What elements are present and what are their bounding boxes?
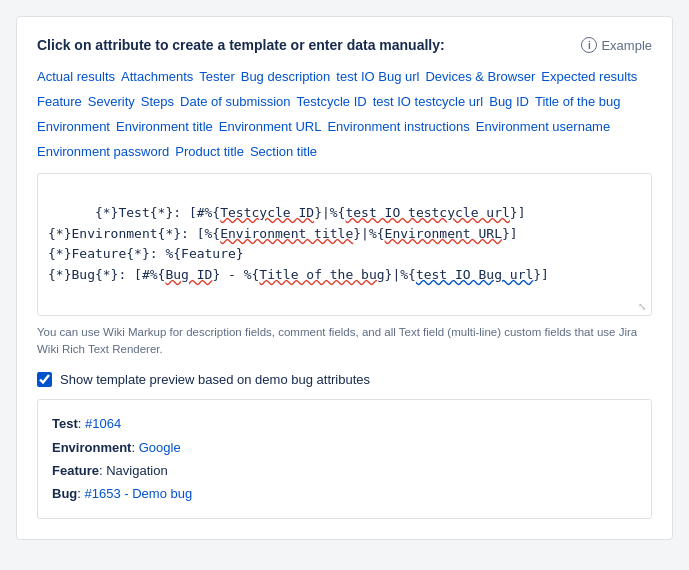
template-editor-card: Click on attribute to create a template … [16,16,673,540]
info-icon: i [581,37,597,53]
attribute-tag[interactable]: Tester [199,67,234,86]
preview-toggle-label: Show template preview based on demo bug … [60,372,370,387]
attribute-tag[interactable]: Devices & Browser [425,67,535,86]
attribute-tag[interactable]: Product title [175,142,244,161]
attribute-tag[interactable]: test IO testcycle url [373,92,484,111]
attribute-tag[interactable]: Environment password [37,142,169,161]
attribute-tag[interactable]: Bug ID [489,92,529,111]
preview-bug-label: Bug [52,486,77,501]
attribute-tag[interactable]: Attachments [121,67,193,86]
attribute-tags: Actual resultsAttachmentsTesterBug descr… [37,67,652,161]
preview-feature-value: Navigation [106,463,167,478]
attribute-tag[interactable]: Environment title [116,117,213,136]
resize-handle[interactable]: ⤡ [638,302,648,312]
wiki-note: You can use Wiki Markup for description … [37,324,652,359]
attribute-tag[interactable]: Environment [37,117,110,136]
example-label: Example [601,38,652,53]
card-header: Click on attribute to create a template … [37,37,652,53]
preview-environment-row: Environment: Google [52,436,637,459]
attribute-tag[interactable]: Date of submission [180,92,291,111]
attribute-tag[interactable]: Actual results [37,67,115,86]
attribute-tag[interactable]: Severity [88,92,135,111]
preview-feature-label: Feature [52,463,99,478]
attribute-tag[interactable]: Environment URL [219,117,322,136]
preview-environment-label: Environment [52,440,131,455]
attribute-tag[interactable]: Environment instructions [327,117,469,136]
template-content[interactable]: {*}Test{*}: [#%{Testcycle ID}|%{test IO … [48,182,641,307]
preview-toggle-row: Show template preview based on demo bug … [37,372,652,387]
attribute-tag[interactable]: Feature [37,92,82,111]
attribute-tag[interactable]: Expected results [541,67,637,86]
preview-test-label: Test [52,416,78,431]
preview-test-row: Test: #1064 [52,412,637,435]
preview-environment-value[interactable]: Google [139,440,181,455]
template-textarea[interactable]: {*}Test{*}: [#%{Testcycle ID}|%{test IO … [37,173,652,316]
attribute-tag[interactable]: Testcycle ID [297,92,367,111]
attribute-tag[interactable]: Steps [141,92,174,111]
attribute-tag[interactable]: Environment username [476,117,610,136]
attribute-tag[interactable]: test IO Bug url [336,67,419,86]
attribute-tag[interactable]: Bug description [241,67,331,86]
attribute-tag[interactable]: Section title [250,142,317,161]
preview-test-value[interactable]: #1064 [85,416,121,431]
preview-bug-row: Bug: #1653 - Demo bug [52,482,637,505]
card-title: Click on attribute to create a template … [37,37,445,53]
example-link[interactable]: i Example [581,37,652,53]
preview-feature-row: Feature: Navigation [52,459,637,482]
preview-box: Test: #1064 Environment: Google Feature:… [37,399,652,519]
attribute-tag[interactable]: Title of the bug [535,92,621,111]
preview-bug-value[interactable]: #1653 - Demo bug [85,486,193,501]
preview-toggle-checkbox[interactable] [37,372,52,387]
